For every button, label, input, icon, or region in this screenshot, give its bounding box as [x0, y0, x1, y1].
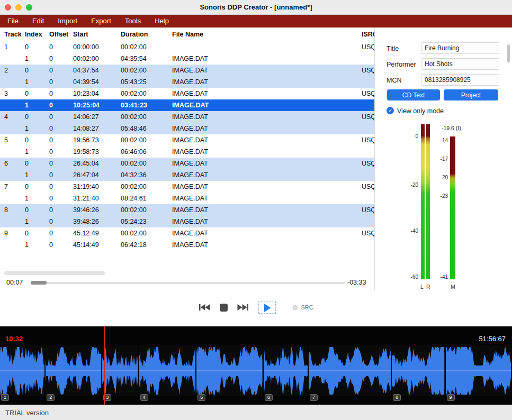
- cell-duration: 05:43:25: [121, 76, 172, 88]
- waveform-segment[interactable]: 4: [139, 345, 196, 396]
- table-row[interactable]: 50019:56:7300:02:00IMAGE.DATUSQ: [0, 134, 374, 146]
- menu-item-export[interactable]: Export: [90, 15, 112, 28]
- cell-track: 3: [4, 88, 25, 99]
- waveform-graphic: [309, 345, 391, 396]
- stop-button[interactable]: [220, 304, 228, 312]
- cell-track: 7: [4, 181, 25, 193]
- cell-index: 1: [25, 53, 49, 65]
- cell-index: 0: [25, 41, 49, 53]
- table-row[interactable]: 1014:08:2705:48:46IMAGE.DAT: [0, 123, 374, 134]
- cell-file: IMAGE.DAT: [172, 53, 362, 65]
- menu-item-file[interactable]: File: [6, 15, 20, 28]
- cell-offset: 0: [49, 99, 73, 111]
- panel-scrollbar-thumb[interactable]: [507, 44, 510, 62]
- next-track-button[interactable]: [237, 304, 249, 311]
- table-row[interactable]: 1039:48:2605:24:23IMAGE.DAT: [0, 216, 374, 227]
- waveform-segment[interactable]: 8: [392, 345, 444, 396]
- cell-offset: 0: [49, 193, 73, 204]
- table-row[interactable]: 1010:25:0403:41:23IMAGE.DAT: [0, 99, 374, 111]
- menu-item-tools[interactable]: Tools: [124, 15, 142, 28]
- table-row[interactable]: 30010:23:0400:02:00IMAGE.DATUSQ: [0, 88, 374, 99]
- waveform-segment[interactable]: 3: [102, 345, 138, 396]
- cell-isrc: USQ: [362, 227, 374, 239]
- table-row[interactable]: 1004:39:5405:43:25IMAGE.DAT: [0, 76, 374, 88]
- cell-file: IMAGE.DAT: [172, 227, 362, 239]
- waveform-segment[interactable]: 7: [309, 345, 391, 396]
- table-row[interactable]: 1000:02:0004:35:54IMAGE.DAT: [0, 53, 374, 65]
- cell-duration: 00:02:00: [121, 181, 172, 193]
- cell-file: IMAGE.DAT: [172, 181, 362, 193]
- cell-duration: 00:02:00: [121, 88, 172, 99]
- table-row[interactable]: 80039:46:2600:02:00IMAGE.DATUSQ: [0, 204, 374, 216]
- table-row[interactable]: 90045:12:4900:02:00IMAGE.DATUSQ: [0, 227, 374, 239]
- menu-item-help[interactable]: Help: [154, 15, 170, 28]
- cell-index: 1: [25, 146, 49, 158]
- view-only-checkbox[interactable]: ✓: [387, 107, 394, 114]
- table-row[interactable]: 1045:14:4906:42:18IMAGE.DAT: [0, 239, 374, 251]
- trial-version-label: TRIAL version: [5, 409, 49, 417]
- cell-duration: 00:02:00: [121, 111, 172, 123]
- previous-track-icon: [199, 304, 210, 311]
- table-row[interactable]: 60026:45:0400:02:00IMAGE.DATUSQ: [0, 158, 374, 169]
- cell-file: IMAGE.DAT: [172, 111, 362, 123]
- project-button[interactable]: Project: [444, 89, 498, 101]
- previous-track-button[interactable]: [199, 304, 210, 311]
- table-row[interactable]: 1031:21:4008:24:61IMAGE.DAT: [0, 193, 374, 204]
- cell-index: 0: [25, 158, 49, 169]
- seek-track[interactable]: [31, 282, 345, 284]
- cell-isrc: [362, 239, 374, 251]
- meter-scale-label: -23: [430, 194, 448, 199]
- play-button[interactable]: [258, 302, 276, 314]
- meter-scale-label: -41: [430, 275, 448, 280]
- column-header: ISRC: [362, 28, 374, 41]
- cell-start: 00:02:00: [73, 53, 121, 65]
- waveform-segment[interactable]: 5: [196, 345, 263, 396]
- cell-duration: 06:46:06: [121, 146, 172, 158]
- cell-isrc: [362, 169, 374, 181]
- waveform-segment[interactable]: 9: [446, 345, 511, 396]
- cell-duration: 05:48:46: [121, 123, 172, 134]
- table-row[interactable]: 20004:37:5400:02:00IMAGE.DATUSQ: [0, 65, 374, 76]
- table-row[interactable]: 70031:19:4000:02:00IMAGE.DATUSQ: [0, 181, 374, 193]
- seek-thumb[interactable]: [31, 281, 47, 285]
- cell-offset: 0: [49, 181, 73, 193]
- cell-track: 1: [4, 41, 25, 53]
- meter-scale-label: -17: [430, 157, 448, 162]
- playhead[interactable]: [104, 326, 105, 405]
- level-meter-right: [426, 124, 430, 279]
- cell-index: 1: [25, 123, 49, 134]
- column-header: File Name: [172, 28, 362, 41]
- cell-track: [4, 76, 25, 88]
- table-row[interactable]: 10000:00:0000:02:00USQ: [0, 41, 374, 53]
- cell-isrc: USQ: [362, 111, 374, 123]
- src-led-icon: [293, 305, 298, 310]
- cell-duration: 04:32:36: [121, 169, 172, 181]
- app-window: Sonoris DDP Creator - [unnamed*] FileEdi…: [0, 0, 512, 420]
- table-row[interactable]: 40014:06:2700:02:00IMAGE.DATUSQ: [0, 111, 374, 123]
- mcn-input[interactable]: [421, 74, 499, 86]
- waveform-segment[interactable]: 2: [46, 345, 101, 396]
- title-bar: Sonoris DDP Creator - [unnamed*]: [0, 0, 512, 15]
- table-row[interactable]: 1026:47:0404:32:36IMAGE.DAT: [0, 169, 374, 181]
- cell-track: 8: [4, 204, 25, 216]
- menu-item-edit[interactable]: Edit: [31, 15, 45, 28]
- cell-offset: 0: [49, 111, 73, 123]
- cell-track: [4, 169, 25, 181]
- waveform-segment[interactable]: 1: [0, 345, 44, 396]
- table-row[interactable]: 1019:58:7306:46:06IMAGE.DAT: [0, 146, 374, 158]
- performer-label: Performer: [387, 61, 416, 68]
- src-toggle[interactable]: SRC: [293, 304, 313, 311]
- meter-label-left: L: [420, 284, 424, 290]
- performer-input[interactable]: [421, 58, 499, 70]
- track-badge: 6: [265, 394, 273, 401]
- table-header: TrackIndexOffsetStartDurationFile NameIS…: [0, 28, 374, 41]
- cd-text-button[interactable]: CD Text: [387, 89, 440, 101]
- cell-isrc: [362, 99, 374, 111]
- menu-item-import[interactable]: Import: [57, 15, 78, 28]
- waveform-segment[interactable]: 6: [264, 345, 308, 396]
- cell-start: 45:12:49: [73, 227, 121, 239]
- title-input[interactable]: [421, 42, 499, 54]
- cell-duration: 00:02:00: [121, 227, 172, 239]
- cell-start: 00:00:00: [73, 41, 121, 53]
- horizontal-scrollbar-thumb[interactable]: [4, 271, 105, 275]
